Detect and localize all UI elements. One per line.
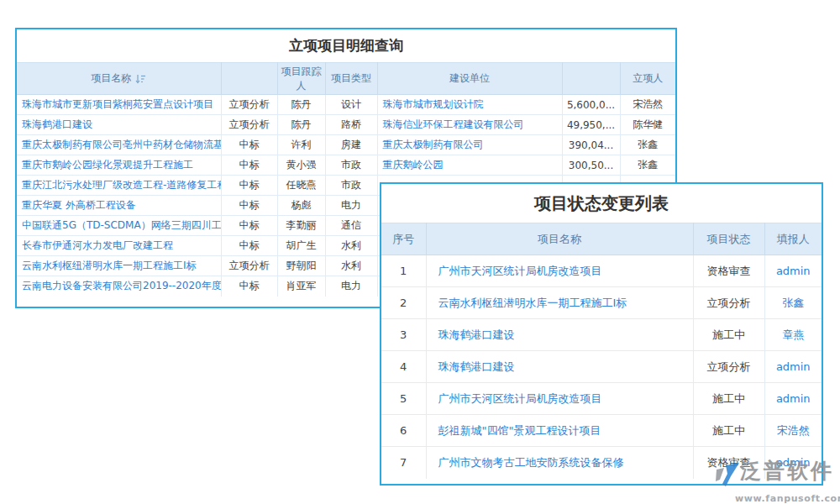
table-cell: 张鑫 (620, 155, 675, 176)
table-cell: 中标 (221, 135, 277, 155)
table-cell: 房建 (325, 135, 377, 155)
cell-link[interactable]: admin (764, 351, 822, 383)
cell-link[interactable]: 张鑫 (764, 287, 822, 319)
cell-link[interactable]: admin (764, 447, 822, 479)
cell-link[interactable]: admin (764, 383, 822, 415)
cell-link[interactable]: admin (764, 255, 822, 287)
table-cell: 立项分析 (221, 256, 277, 276)
cell-link[interactable]: 中国联通5G（TD-SCDMA）网络三期四川工程 (17, 216, 221, 236)
cell-link[interactable]: 重庆太极制药有限公司 (377, 135, 562, 155)
cell-link[interactable]: 广州市天河区统计局机房改造项目 (426, 255, 693, 287)
table-cell: 野朝阳 (277, 256, 325, 276)
table-row: 7广州市文物考古工地安防系统设备保修资格审查admin (381, 447, 822, 479)
cell-link[interactable]: 重庆市鹅岭公园绿化景观提升工程施工 (17, 155, 221, 176)
panel1-title: 立项项目明细查询 (17, 29, 675, 62)
column-header-index: 序号 (381, 223, 426, 255)
cell-link[interactable]: 珠海鹤港口建设 (17, 115, 221, 135)
table-cell: 立项分析 (221, 115, 277, 135)
table-cell: 陈丹 (277, 115, 325, 135)
table-cell: 中标 (221, 276, 277, 297)
cell-link[interactable]: 广州市文物考古工地安防系统设备保修 (426, 447, 693, 479)
table-cell: 市政 (325, 176, 377, 196)
cell-link[interactable]: 珠海鹤港口建设 (426, 351, 693, 383)
cell-link[interactable]: 广州市天河区统计局机房改造项目 (426, 383, 693, 415)
table-row: 3珠海鹤港口建设施工中章燕 (381, 319, 822, 351)
table-cell: 宋浩然 (620, 95, 675, 115)
sort-icon[interactable] (135, 74, 146, 84)
table-cell: 中标 (221, 176, 277, 196)
cell-link[interactable]: 云南电力设备安装有限公司2019--2020年度劳务 (17, 276, 221, 297)
table-cell: 路桥 (325, 115, 377, 135)
table-cell: 5 (381, 383, 426, 415)
watermark-url-text: www.fanpusoft.com (735, 493, 840, 504)
table-row: 5广州市天河区统计局机房改造项目施工中admin (381, 383, 822, 415)
table-cell: 胡广生 (277, 236, 325, 256)
table-cell: 2 (381, 287, 426, 319)
cell-link[interactable]: 重庆鹅岭公园 (377, 155, 562, 176)
table-row: 重庆太极制药有限公司亳州中药材仓储物流基地中标许利房建重庆太极制药有限公司390… (17, 135, 675, 155)
panel2-title: 项目状态变更列表 (381, 184, 822, 223)
column-header-project-state: 项目状态 (693, 223, 764, 255)
table-cell: 陈丹 (277, 95, 325, 115)
table-cell: 5,600,0... (562, 95, 620, 115)
table-cell: 肖亚军 (277, 276, 325, 297)
column-label: 项目名称 (91, 71, 131, 85)
table-cell: 杨彪 (277, 196, 325, 216)
table-cell: 水利 (325, 236, 377, 256)
cell-link[interactable]: 云南水利枢纽潜明水库一期工程施工I标 (426, 287, 693, 319)
table-row: 重庆市鹅岭公园绿化景观提升工程施工中标黄小强市政重庆鹅岭公园300,50...张… (17, 155, 675, 176)
table-cell: 电力 (325, 196, 377, 216)
table-cell: 陈华健 (620, 115, 675, 135)
table-cell: 立项分析 (693, 351, 764, 383)
table-cell: 通信 (325, 216, 377, 236)
table-cell: 390,04... (562, 135, 620, 155)
cell-link[interactable]: 重庆华夏 外高桥工程设备 (17, 196, 221, 216)
column-header-status (221, 63, 277, 95)
table-cell: 施工中 (693, 319, 764, 351)
cell-link[interactable]: 长春市伊通河水力发电厂改建工程 (17, 236, 221, 256)
table-cell: 资格审查 (693, 255, 764, 287)
column-header-reporter: 填报人 (764, 223, 822, 255)
table-row: 珠海鹤港口建设立项分析陈丹路桥珠海信业环保工程建设有限公司49,950,...陈… (17, 115, 675, 135)
cell-link[interactable]: 珠海信业环保工程建设有限公司 (377, 115, 562, 135)
table-cell: 49,950,... (562, 115, 620, 135)
cell-link[interactable]: 重庆太极制药有限公司亳州中药材仓储物流基地 (17, 135, 221, 155)
table-cell: 电力 (325, 276, 377, 297)
cell-link[interactable]: 珠海鹤港口建设 (426, 319, 693, 351)
status-change-table: 序号 项目名称 项目状态 填报人 1广州市天河区统计局机房改造项目资格审查adm… (381, 223, 822, 479)
table-cell: 任晓燕 (277, 176, 325, 196)
table-cell: 设计 (325, 95, 377, 115)
column-header-project-name: 项目名称 (426, 223, 693, 255)
cell-link[interactable]: 宋浩然 (764, 415, 822, 447)
cell-link[interactable]: 珠海市城市更新项目紫桐苑安置点设计项目 (17, 95, 221, 115)
table-row: 1广州市天河区统计局机房改造项目资格审查admin (381, 255, 822, 287)
cell-link[interactable]: 云南水利枢纽潜明水库一期工程施工I标 (17, 256, 221, 276)
cell-link[interactable]: 章燕 (764, 319, 822, 351)
table-cell: 中标 (221, 196, 277, 216)
table-cell: 300,50... (562, 155, 620, 176)
table-cell: 7 (381, 447, 426, 479)
table-cell: 立项分析 (221, 95, 277, 115)
header-row: 项目名称 项目跟踪人 项目类 (17, 63, 675, 95)
table-cell: 6 (381, 415, 426, 447)
table-cell: 中标 (221, 236, 277, 256)
column-header-type: 项目类型 (325, 63, 377, 95)
column-header-amount (562, 63, 620, 95)
cell-link[interactable]: 重庆江北污水处理厂级改造工程-道路修复工程 (17, 176, 221, 196)
table-cell: 4 (381, 351, 426, 383)
table-cell: 资格审查 (693, 447, 764, 479)
cell-link[interactable]: 彭祖新城"四馆"景观工程设计项目 (426, 415, 693, 447)
cell-link[interactable]: 珠海市城市规划设计院 (377, 95, 562, 115)
status-change-list-panel: 项目状态变更列表 序号 项目名称 项目状态 填报人 1广州市天河区统计局机房改造… (380, 182, 823, 486)
table-row: 6彭祖新城"四馆"景观工程设计项目施工中宋浩然 (381, 415, 822, 447)
table-cell: 施工中 (693, 415, 764, 447)
table-cell: 李勤丽 (277, 216, 325, 236)
table-row: 2云南水利枢纽潜明水库一期工程施工I标立项分析张鑫 (381, 287, 822, 319)
column-header-project-name[interactable]: 项目名称 (17, 63, 221, 95)
table-cell: 许利 (277, 135, 325, 155)
table-cell: 水利 (325, 256, 377, 276)
header-row: 序号 项目名称 项目状态 填报人 (381, 223, 822, 255)
column-header-tracker: 项目跟踪人 (277, 63, 325, 95)
table-cell: 市政 (325, 155, 377, 176)
table-cell: 黄小强 (277, 155, 325, 176)
